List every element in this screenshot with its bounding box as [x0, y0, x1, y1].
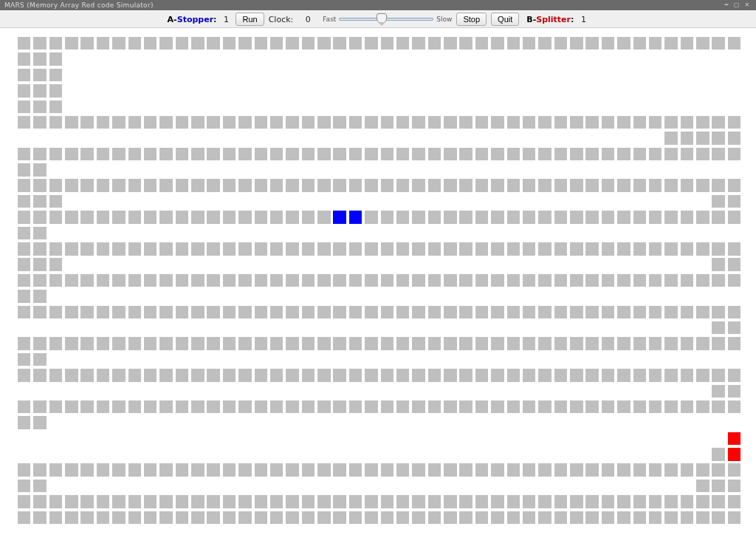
cell-neutral [33, 274, 47, 287]
cell-neutral [412, 242, 425, 256]
cell-neutral [554, 274, 568, 287]
cell-neutral [80, 337, 94, 350]
cell-neutral [475, 116, 489, 129]
cell-neutral [696, 148, 709, 161]
cell-neutral [349, 116, 362, 129]
cell-neutral [381, 495, 394, 508]
cell-neutral [633, 463, 647, 477]
cell-neutral [664, 132, 678, 145]
cell-neutral [633, 179, 647, 192]
cell-neutral [633, 37, 647, 50]
cell-process-b [728, 448, 741, 461]
stop-button[interactable]: Stop [456, 13, 487, 26]
cell-neutral [617, 116, 630, 129]
cell-neutral [554, 179, 568, 192]
cell-neutral [80, 211, 94, 224]
cell-neutral [459, 495, 472, 508]
cell-neutral [349, 369, 362, 382]
cell-neutral [159, 274, 173, 287]
quit-button[interactable]: Quit [491, 13, 519, 26]
cell-neutral [223, 274, 236, 287]
cell-neutral [459, 211, 472, 224]
cell-neutral [507, 306, 520, 319]
cell-neutral [18, 100, 31, 114]
cell-neutral [317, 148, 331, 161]
cell-neutral [128, 463, 142, 477]
cell-neutral [33, 290, 47, 303]
cell-neutral [176, 511, 189, 525]
maximize-icon[interactable]: ▢ [732, 1, 741, 9]
cell-neutral [238, 511, 252, 525]
cell-neutral [712, 337, 725, 350]
cell-neutral [159, 463, 173, 477]
grid-row [16, 320, 740, 335]
grid-row [16, 367, 740, 383]
cell-neutral [381, 179, 394, 192]
cell-neutral [365, 179, 378, 192]
cell-neutral [712, 448, 725, 461]
cell-neutral [459, 337, 472, 350]
cell-neutral [191, 37, 205, 50]
cell-neutral [176, 306, 189, 319]
cell-neutral [33, 242, 47, 256]
cell-neutral [33, 163, 47, 177]
cell-neutral [112, 274, 126, 287]
cell-neutral [255, 116, 268, 129]
run-button[interactable]: Run [236, 13, 264, 26]
cell-neutral [523, 211, 536, 224]
cell-neutral [649, 400, 662, 414]
cell-neutral [97, 274, 110, 287]
cell-neutral [617, 148, 630, 161]
cell-neutral [18, 290, 31, 303]
cell-neutral [238, 148, 252, 161]
cell-neutral [459, 116, 472, 129]
cell-neutral [365, 495, 378, 508]
cell-neutral [649, 511, 662, 525]
cell-neutral [381, 369, 394, 382]
cell-neutral [585, 179, 599, 192]
minimize-icon[interactable]: ━ [722, 1, 731, 9]
cell-neutral [207, 274, 220, 287]
cell-neutral [712, 132, 725, 145]
cell-neutral [144, 369, 157, 382]
cell-neutral [381, 148, 394, 161]
cell-neutral [728, 369, 741, 382]
cell-neutral [491, 211, 504, 224]
cell-neutral [712, 211, 725, 224]
cell-neutral [444, 306, 457, 319]
cell-neutral [144, 306, 157, 319]
grid-row [16, 288, 740, 304]
cell-neutral [207, 369, 220, 382]
cell-neutral [191, 179, 205, 192]
close-icon[interactable]: ✕ [743, 1, 752, 9]
cell-neutral [554, 242, 568, 256]
speed-slider[interactable] [339, 15, 433, 24]
cell-neutral [428, 37, 441, 50]
cell-neutral [302, 400, 315, 414]
cell-neutral [270, 511, 284, 525]
cell-neutral [633, 337, 647, 350]
cell-neutral [223, 369, 236, 382]
cell-neutral [286, 116, 299, 129]
cell-neutral [681, 463, 694, 477]
cell-neutral [412, 274, 425, 287]
cell-neutral [144, 211, 157, 224]
cell-neutral [65, 37, 78, 50]
cell-neutral [365, 211, 378, 224]
cell-neutral [538, 148, 551, 161]
cell-neutral [255, 369, 268, 382]
speed-slider-thumb[interactable] [377, 13, 387, 24]
cell-neutral [207, 242, 220, 256]
cell-neutral [317, 306, 331, 319]
cell-neutral [333, 274, 346, 287]
cell-neutral [270, 369, 284, 382]
cell-neutral [349, 463, 362, 477]
cell-neutral [585, 400, 599, 414]
cell-neutral [270, 148, 284, 161]
cell-neutral [507, 211, 520, 224]
cell-neutral [538, 179, 551, 192]
cell-neutral [602, 148, 615, 161]
cell-process-a [349, 211, 362, 224]
cell-neutral [176, 179, 189, 192]
cell-neutral [649, 148, 662, 161]
